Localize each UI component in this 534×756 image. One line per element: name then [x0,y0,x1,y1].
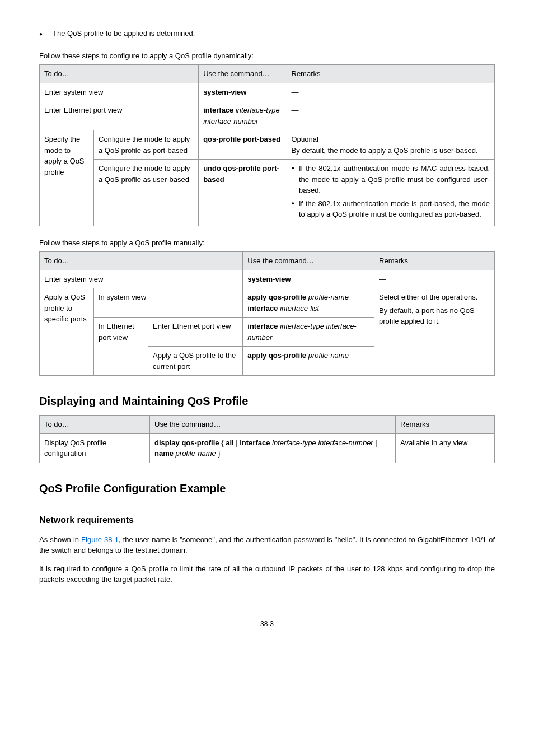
cmd-text: qos-profile port-based [203,135,280,143]
heading-network-req: Network requirements [39,514,495,527]
cell: Apply a QoS profile to the current port [148,347,243,376]
remark-line: Optional [292,134,490,145]
table-manual: To do… Use the command… Remarks Enter sy… [39,251,495,376]
cell: Optional By default, the mode to apply a… [287,130,495,160]
cmd-arg: interface-list [280,304,319,312]
cell: apply qos-profile profile-name [243,347,374,376]
cell: In system view [94,288,243,318]
cell: interface interface-type interface-numbe… [199,101,287,130]
cell: Select either of the operations. By defa… [374,288,495,376]
top-bullet-text: The QoS profile to be applied is determi… [53,28,195,39]
cmd-text: interface [203,106,236,114]
cell-subgroup: In Ethernet port view [94,318,148,376]
top-bullet: ● The QoS profile to be applied is deter… [39,28,495,39]
table-row: Specify the mode to apply a QoS profile … [40,130,495,160]
table-row: Enter Ethernet port view interface inter… [40,101,495,130]
bullet-icon: ● [39,30,43,38]
table-header-row: To do… Use the command… Remarks [40,65,495,83]
brace: { [219,438,226,447]
table-header-row: To do… Use the command… Remarks [40,416,495,434]
cell: apply qos-profile profile-name interface… [243,288,374,318]
table-header-row: To do… Use the command… Remarks [40,252,495,270]
cmd-text: system-view [247,275,291,283]
table-display: To do… Use the command… Remarks Display … [39,415,495,463]
remark-line: By default, a port has no QoS profile ap… [379,305,490,327]
heading-display-maintain: Displaying and Maintaining QoS Profile [39,393,495,409]
cell-group: Specify the mode to apply a QoS profile [40,130,94,226]
th-remarks: Remarks [287,65,495,83]
heading-example: QoS Profile Configuration Example [39,480,495,497]
bullet-icon: ● [292,200,294,208]
cell: ● If the 802.1x authentication mode is M… [287,160,495,226]
cmd-text: display qos-profile [154,438,219,447]
th-command: Use the command… [243,252,374,270]
th-todo: To do… [40,416,150,434]
cmd-arg: profile-name [308,293,349,301]
table-dynamic: To do… Use the command… Remarks Enter sy… [39,64,495,226]
th-todo: To do… [40,252,243,270]
remark-bullet: ● If the 802.1x authentication mode is M… [292,163,490,196]
bullet-icon: ● [292,165,294,172]
cell: system-view [199,83,287,101]
cmd-text: interface [240,438,272,447]
table-row: Enter system view system-view — [40,83,495,101]
cell: — [374,270,495,288]
th-remarks: Remarks [374,252,495,270]
cell: system-view [243,270,374,288]
remark-bullet: ● If the 802.1x authentication mode is p… [292,198,490,220]
table-row: Enter system view system-view — [40,270,495,288]
cell: Configure the mode to apply a QoS profil… [94,130,199,160]
cell: qos-profile port-based [199,130,287,160]
sep: | [234,438,240,447]
cmd-text: apply qos-profile [247,293,308,301]
cell: interface interface-type interface-numbe… [243,318,374,347]
th-todo: To do… [40,65,199,83]
page-number: 38-3 [39,619,495,629]
cell: Display QoS profile configuration [40,433,150,463]
th-command: Use the command… [199,65,287,83]
cmd-text: interface [247,322,280,330]
cell: Enter system view [40,270,243,288]
cmd-text: undo qos-profile port-based [203,164,279,184]
para1-a: As shown in [39,535,81,544]
cell-group: Apply a QoS profile to specific ports [40,288,94,376]
sep: | [373,438,377,447]
paragraph-2: It is required to configure a QoS profil… [39,563,495,585]
cell: Enter system view [40,83,199,101]
lead-text-2: Follow these steps to apply a QoS profil… [39,237,495,249]
cell: — [287,101,495,130]
table-row: Apply a QoS profile to specific ports In… [40,288,495,318]
brace: } [216,449,221,458]
cmd-text: interface [247,304,280,312]
cmd-text: all [226,438,233,447]
cell: Available in any view [396,433,495,463]
remark-line: By default, the mode to apply a QoS prof… [292,145,490,156]
paragraph-1: As shown in Figure 38-1, the user name i… [39,534,495,556]
table-row: Configure the mode to apply a QoS profil… [40,160,495,226]
cell: display qos-profile { all | interface in… [150,433,396,463]
cmd-arg: profile-name [308,351,349,360]
remark-line: Select either of the operations. [379,292,490,303]
cell: undo qos-profile port-based [199,160,287,226]
th-remarks: Remarks [396,416,495,434]
figure-link[interactable]: Figure 38-1 [81,535,119,544]
cell: Enter Ethernet port view [148,318,243,347]
cmd-arg: interface-type interface-number [272,438,373,447]
table-row: Display QoS profile configuration displa… [40,433,495,463]
lead-text-1: Follow these steps to configure to apply… [39,50,495,62]
cell: — [287,83,495,101]
cell: Enter Ethernet port view [40,101,199,130]
cmd-arg: profile-name [176,449,216,458]
cmd-text: system-view [203,88,246,96]
remark-text: If the 802.1x authentication mode is por… [299,198,490,220]
th-command: Use the command… [150,416,396,434]
cmd-text: apply qos-profile [247,351,308,360]
cell: Configure the mode to apply a QoS profil… [94,160,199,226]
cmd-text: name [154,449,176,458]
remark-text: If the 802.1x authentication mode is MAC… [299,163,490,196]
